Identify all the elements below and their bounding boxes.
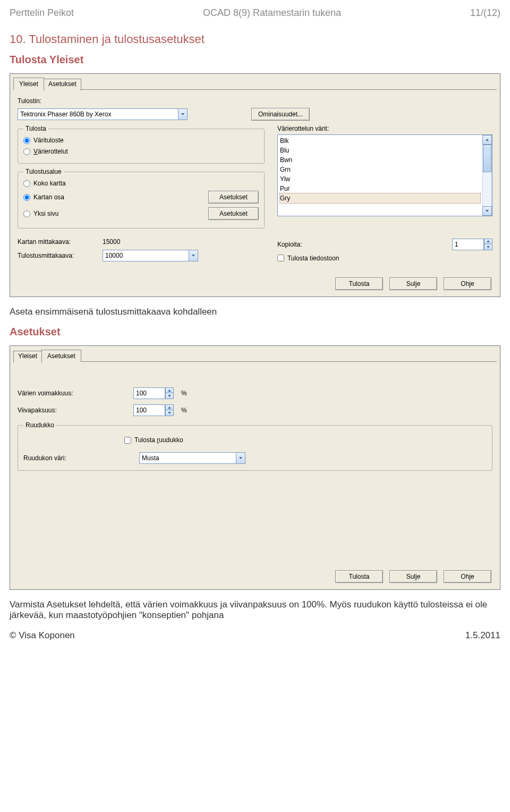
- tab-asetukset[interactable]: Asetukset: [44, 79, 81, 91]
- chevron-down-icon[interactable]: [236, 452, 245, 464]
- sulje-button[interactable]: Sulje: [389, 277, 437, 290]
- header-center: OCAD 8(9) Ratamestarin tukena: [203, 7, 341, 19]
- print-dialog-asetukset: Yleiset Asetukset Värien voimakkuus: % V…: [10, 345, 500, 590]
- tulosta-tiedostoon-label: Tulosta tiedostoon: [287, 255, 339, 262]
- viivapaksuus-label: Viivapaksuus:: [18, 407, 97, 414]
- dialog-button-row: Tulosta Sulje Ohje: [10, 271, 500, 297]
- radio-varituloste-label: Värituloste: [33, 137, 64, 144]
- page-footer: © Visa Koponen 1.5.2011: [0, 624, 510, 650]
- subheading-yleiset: Tulosta Yleiset: [0, 48, 510, 71]
- list-item[interactable]: Blk: [280, 136, 480, 146]
- fieldset-tulosta: Tulosta Värituloste Värierottelut: [18, 125, 265, 164]
- tulosta-button[interactable]: Tulosta: [335, 570, 383, 583]
- kopioita-spinner[interactable]: [452, 239, 492, 250]
- radio-kartan-osa-row: Kartan osa Asetukset: [23, 191, 259, 204]
- varien-voimakkuus-label: Värien voimakkuus:: [18, 390, 97, 397]
- tulosta-tiedostoon-row[interactable]: Tulosta tiedostoon: [277, 255, 492, 262]
- viivapaksuus-input[interactable]: [133, 404, 165, 416]
- tabstrip: Yleiset Asetukset: [10, 346, 500, 361]
- radio-varituloste[interactable]: [23, 137, 30, 144]
- fieldset-tulostusalue-legend: Tulostusalue: [23, 168, 64, 175]
- chevron-down-icon[interactable]: [189, 250, 198, 261]
- scroll-track[interactable]: [482, 145, 492, 206]
- percent-label: %: [181, 390, 261, 397]
- scroll-up-icon[interactable]: [482, 135, 492, 145]
- tulosta-ruudukko-row[interactable]: Tulosta ruudukko: [124, 436, 487, 444]
- sulje-button-label: Sulje: [406, 280, 421, 287]
- spin-up-icon[interactable]: [165, 404, 174, 410]
- tab-yleiset[interactable]: Yleiset: [13, 78, 44, 90]
- asetukset-button-2[interactable]: Asetukset: [208, 207, 259, 220]
- radio-varierottelut-row[interactable]: Värierottelut: [23, 148, 259, 155]
- fieldset-ruudukko: Ruudukko Tulosta ruudukko Ruudukon väri:: [18, 421, 492, 471]
- tab-asetukset-label: Asetukset: [48, 80, 76, 88]
- viivapaksuus-spinner[interactable]: [133, 404, 174, 416]
- tulosta-button[interactable]: Tulosta: [335, 277, 383, 290]
- list-item[interactable]: Gry: [280, 193, 480, 203]
- asetukset-button-1-label: Asetukset: [219, 193, 248, 201]
- footer-right: 1.5.2011: [465, 630, 500, 641]
- varien-voimakkuus-spinner[interactable]: [133, 387, 174, 399]
- printer-label: Tulostin:: [18, 97, 492, 105]
- footer-left: © Visa Koponen: [10, 630, 75, 641]
- properties-button[interactable]: Ominaisuudet...: [251, 108, 310, 121]
- tulosta-ruudukko-checkbox[interactable]: [124, 437, 131, 444]
- radio-yksi-sivu-row: Yksi sivu Asetukset: [23, 207, 259, 220]
- radio-varituloste-row[interactable]: Värituloste: [23, 137, 259, 144]
- printer-combo[interactable]: [18, 108, 188, 120]
- radio-koko-kartta-label: Koko kartta: [33, 180, 66, 187]
- tab-asetukset[interactable]: Asetukset: [41, 350, 81, 362]
- sulje-button-label: Sulje: [406, 573, 421, 580]
- radio-yksi-sivu-label: Yksi sivu: [33, 210, 58, 217]
- properties-button-label: Ominaisuudet...: [258, 111, 303, 118]
- fieldset-ruudukko-legend: Ruudukko: [23, 421, 56, 429]
- header-right: 11/(12): [470, 7, 500, 19]
- ohje-button-label: Ohje: [461, 280, 474, 287]
- spin-up-icon[interactable]: [165, 387, 174, 393]
- fieldset-tulosta-legend: Tulosta: [23, 125, 48, 132]
- radio-varierottelut-label: Värierottelut: [33, 148, 68, 155]
- tab-yleiset-label: Yleiset: [19, 80, 38, 88]
- radio-kartan-osa-label: Kartan osa: [33, 193, 64, 201]
- list-item[interactable]: Pur: [280, 184, 480, 193]
- percent-label: %: [181, 407, 261, 414]
- kopioita-input[interactable]: [452, 239, 484, 250]
- list-item[interactable]: Bwn: [280, 155, 480, 165]
- radio-koko-kartta[interactable]: [23, 180, 30, 187]
- ohje-button[interactable]: Ohje: [444, 570, 491, 583]
- color-listbox[interactable]: Blk Blu Bwn Grn Ylw Pur Gry: [277, 134, 492, 216]
- subheading-asetukset: Asetukset: [0, 320, 510, 343]
- ohje-button[interactable]: Ohje: [444, 277, 491, 290]
- list-item[interactable]: Grn: [280, 165, 480, 174]
- spin-down-icon[interactable]: [165, 393, 174, 399]
- asetukset-button-1[interactable]: Asetukset: [208, 191, 259, 204]
- tulostusmittakaava-combo[interactable]: [103, 250, 198, 261]
- tulostusmittakaava-input[interactable]: [103, 250, 189, 261]
- kopioita-label: Kopioita:: [277, 241, 314, 248]
- printer-input[interactable]: [18, 108, 178, 120]
- tulostusmittakaava-label: Tulostusmittakaava:: [18, 252, 97, 259]
- print-dialog-yleiset: Yleiset Asetukset Tulostin: Ominaisuudet…: [10, 73, 500, 297]
- tulosta-tiedostoon-checkbox[interactable]: [277, 255, 284, 261]
- radio-yksi-sivu[interactable]: [23, 210, 30, 217]
- scrollbar[interactable]: [482, 135, 492, 216]
- scroll-thumb[interactable]: [483, 145, 491, 172]
- chevron-down-icon[interactable]: [178, 108, 188, 120]
- radio-kartan-osa[interactable]: [23, 194, 30, 201]
- spin-down-icon[interactable]: [165, 410, 174, 416]
- list-item[interactable]: Ylw: [280, 174, 480, 184]
- radio-varierottelut[interactable]: [23, 148, 30, 155]
- fieldset-tulostusalue: Tulostusalue Koko kartta Kartan osa Aset…: [18, 168, 265, 229]
- ruudukon-vari-input[interactable]: [139, 452, 236, 464]
- scroll-down-icon[interactable]: [482, 206, 492, 216]
- ruudukon-vari-label: Ruudukon väri:: [23, 454, 103, 462]
- tab-yleiset[interactable]: Yleiset: [13, 351, 42, 363]
- sulje-button[interactable]: Sulje: [389, 570, 437, 583]
- ruudukon-vari-combo[interactable]: [139, 452, 245, 464]
- varien-voimakkuus-input[interactable]: [133, 387, 165, 399]
- radio-koko-kartta-row[interactable]: Koko kartta: [23, 180, 259, 187]
- list-item[interactable]: Blu: [280, 146, 480, 155]
- spin-down-icon[interactable]: [484, 244, 492, 250]
- asetukset-button-2-label: Asetukset: [219, 210, 248, 217]
- spin-up-icon[interactable]: [484, 239, 492, 244]
